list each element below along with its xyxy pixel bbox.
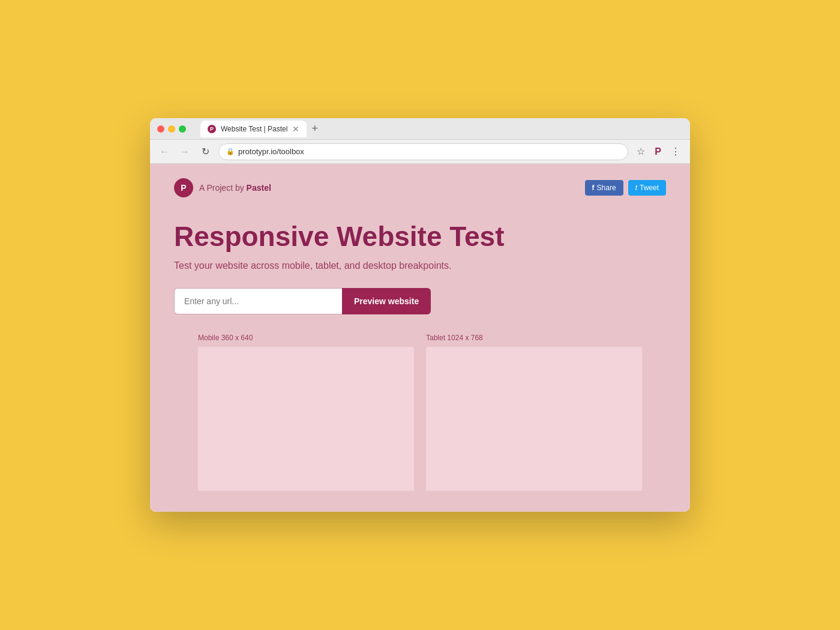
url-form: Preview website bbox=[174, 288, 666, 314]
pastel-logo: P bbox=[174, 178, 193, 197]
share-button[interactable]: f Share bbox=[585, 180, 623, 196]
brand-prefix: A Project by bbox=[199, 183, 247, 193]
preview-button[interactable]: Preview website bbox=[342, 288, 431, 314]
brand-name: Pastel bbox=[247, 183, 271, 193]
back-button[interactable]: ← bbox=[157, 145, 172, 159]
twitter-icon: t bbox=[635, 184, 637, 192]
reload-button[interactable]: ↻ bbox=[198, 145, 212, 159]
reload-icon: ↻ bbox=[202, 146, 209, 157]
panel-divider bbox=[414, 334, 426, 491]
minimize-button[interactable] bbox=[168, 125, 175, 133]
url-input[interactable] bbox=[174, 288, 342, 314]
new-tab-button[interactable]: + bbox=[309, 122, 320, 135]
address-text: prototypr.io/toolbox bbox=[238, 147, 304, 156]
tablet-panel-label: Tablet 1024 x 768 bbox=[426, 334, 642, 342]
tweet-button[interactable]: t Tweet bbox=[628, 180, 666, 196]
share-label: Share bbox=[597, 184, 616, 192]
forward-icon: → bbox=[180, 146, 190, 157]
tab-title: Website Test | Pastel bbox=[221, 125, 287, 133]
hero-title: Responsive Website Test bbox=[174, 221, 666, 252]
site-brand: P A Project by Pastel bbox=[174, 178, 271, 197]
browser-window: P Website Test | Pastel ✕ + ← → ↻ 🔒 prot… bbox=[150, 118, 690, 512]
website-content: P A Project by Pastel f Share t Tweet Re… bbox=[150, 164, 690, 512]
forward-button[interactable]: → bbox=[178, 145, 192, 159]
menu-icon: ⋮ bbox=[671, 146, 680, 157]
star-icon: ☆ bbox=[637, 146, 645, 157]
mobile-panel-label: Mobile 360 x 640 bbox=[198, 334, 414, 342]
site-header: P A Project by Pastel f Share t Tweet bbox=[150, 164, 690, 209]
browser-titlebar: P Website Test | Pastel ✕ + bbox=[150, 118, 690, 140]
hero-section: Responsive Website Test Test your websit… bbox=[150, 209, 690, 509]
extension-button[interactable]: P bbox=[652, 144, 664, 160]
brand-text: A Project by Pastel bbox=[199, 183, 271, 193]
hero-subtitle: Test your website across mobile, tablet,… bbox=[174, 260, 666, 271]
tab-favicon: P bbox=[208, 125, 216, 133]
browser-addressbar: ← → ↻ 🔒 prototypr.io/toolbox ☆ P ⋮ bbox=[150, 140, 690, 164]
share-icon: f bbox=[592, 184, 595, 192]
tab-close-icon[interactable]: ✕ bbox=[292, 125, 299, 133]
tablet-panel-frame bbox=[426, 347, 642, 491]
close-button[interactable] bbox=[157, 125, 164, 133]
back-icon: ← bbox=[160, 146, 169, 157]
preview-panels: Mobile 360 x 640 Tablet 1024 x 768 bbox=[174, 334, 666, 491]
address-bar[interactable]: 🔒 prototypr.io/toolbox bbox=[218, 143, 628, 160]
mobile-panel-frame bbox=[198, 347, 414, 491]
active-tab[interactable]: P Website Test | Pastel ✕ bbox=[200, 121, 307, 137]
tablet-panel: Tablet 1024 x 768 bbox=[426, 334, 642, 491]
bookmark-button[interactable]: ☆ bbox=[634, 143, 647, 160]
extension-icon: P bbox=[655, 146, 661, 157]
traffic-lights bbox=[157, 125, 186, 133]
tweet-label: Tweet bbox=[640, 184, 659, 192]
maximize-button[interactable] bbox=[179, 125, 186, 133]
tab-bar: P Website Test | Pastel ✕ + bbox=[200, 121, 683, 137]
share-buttons: f Share t Tweet bbox=[585, 180, 666, 196]
lock-icon: 🔒 bbox=[226, 148, 235, 155]
menu-button[interactable]: ⋮ bbox=[668, 143, 683, 160]
mobile-panel: Mobile 360 x 640 bbox=[198, 334, 414, 491]
browser-actions: ☆ P ⋮ bbox=[634, 143, 683, 160]
